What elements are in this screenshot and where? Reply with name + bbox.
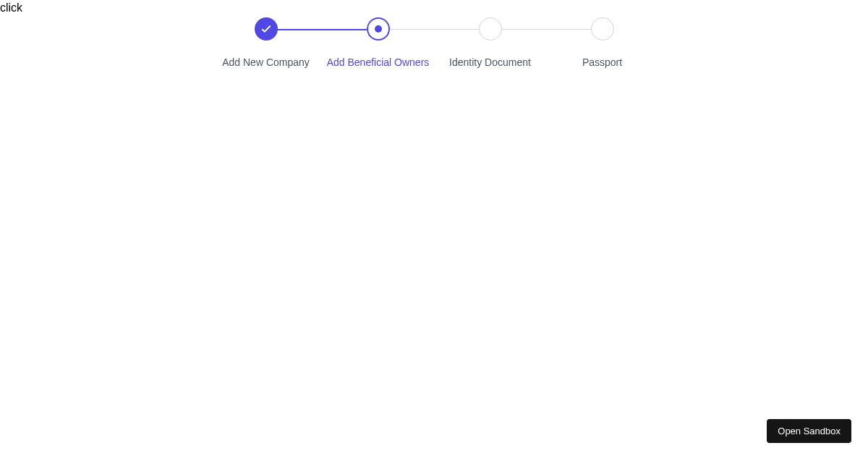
step-add-new-company[interactable]: Add New Company [210,17,322,68]
stepper-container: Add New Company Add Beneficial Owners Id… [210,17,658,68]
step-label: Passport [582,56,622,68]
step-label: Add Beneficial Owners [327,56,430,68]
step-connector-3 [502,29,591,30]
step-circle-completed [255,17,278,41]
open-sandbox-button[interactable]: Open Sandbox [767,419,851,443]
top-click-label: click [0,1,22,14]
step-connector-2 [390,29,479,30]
step-connector-1 [278,29,367,30]
step-passport[interactable]: Passport [546,17,658,68]
stepper: Add New Company Add Beneficial Owners Id… [210,17,658,68]
step-circle-active [367,17,390,41]
step-label: Add New Company [222,56,310,68]
checkmark-icon [260,22,273,35]
step-circle-pending [479,17,502,41]
step-circle-pending [591,17,614,41]
step-add-beneficial-owners[interactable]: Add Beneficial Owners [322,17,434,68]
step-identity-document[interactable]: Identity Document [434,17,546,68]
step-label: Identity Document [449,56,531,68]
